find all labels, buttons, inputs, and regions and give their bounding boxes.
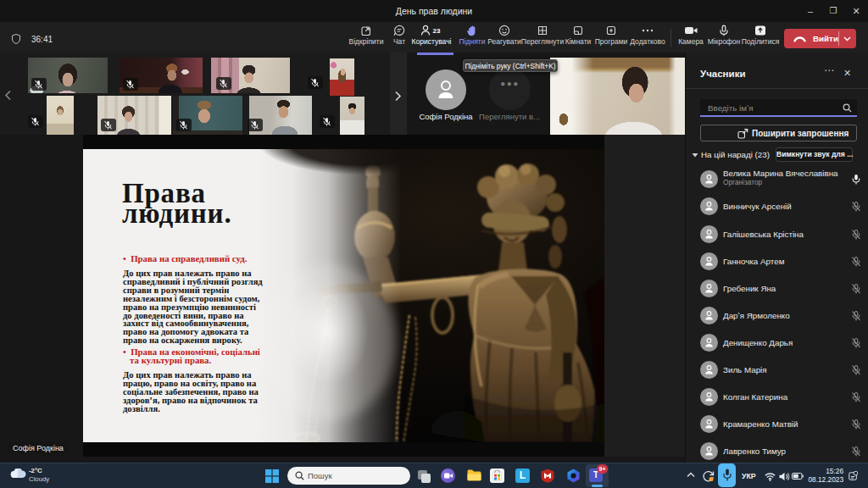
svg-text:23: 23 xyxy=(433,27,441,35)
